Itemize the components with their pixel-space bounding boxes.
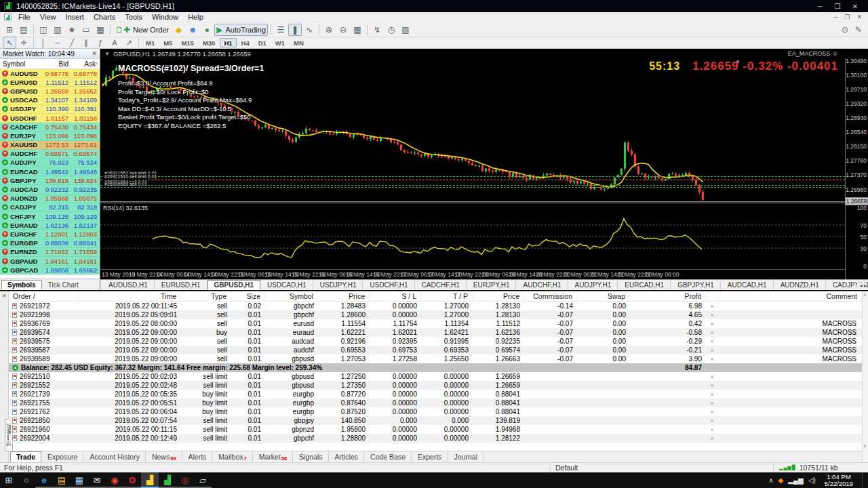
chart-collapse-icon[interactable]: ▼ — [104, 51, 110, 57]
maximize-button[interactable]: ❐ — [829, 3, 846, 10]
trendline-icon[interactable]: ╱ — [65, 37, 79, 49]
pending-order-row[interactable]: 26921510 2019.05.22 00:02:03sell limit0.… — [9, 372, 862, 381]
opera-2-icon[interactable]: ◎ — [176, 472, 194, 488]
line-chart-icon[interactable]: ∿ — [302, 24, 316, 36]
close-order-icon[interactable]: × — [706, 409, 718, 415]
timeframe-w1-button[interactable]: W1 — [271, 38, 289, 47]
terminal-tab-experts[interactable]: Experts — [412, 451, 448, 462]
close-order-icon[interactable]: × — [706, 435, 718, 442]
open-trade-row[interactable]: 26936769 2019.05.22 08:00:00sell0.01 eur… — [9, 319, 862, 328]
metaeditor-icon[interactable]: ◆ — [172, 24, 185, 36]
close-order-icon[interactable]: × — [706, 356, 718, 363]
market-watch-row-cadjpy[interactable]: ▲CADJPY 82.315 82.318 — [0, 203, 100, 212]
column-header-swap[interactable]: Swap — [577, 291, 630, 301]
scroll-down-icon[interactable]: ∨ — [863, 443, 867, 449]
file-explorer-icon[interactable]: ▤ — [53, 472, 71, 488]
terminal-tab-alerts[interactable]: Alerts — [182, 451, 213, 462]
chart-tab-cadchf-h1[interactable]: CADCHF,H1 — [415, 280, 467, 290]
volume-icon[interactable]: ◁) — [808, 476, 816, 484]
market-watch-row-usdjpy[interactable]: ▲USDJPY 110.390 110.391 — [0, 105, 100, 114]
menu-charts[interactable]: Charts — [89, 13, 120, 21]
candlestick-chart-icon[interactable]: ❚ — [288, 24, 302, 36]
edge-icon[interactable]: e — [35, 472, 53, 488]
column-header-commission[interactable]: Commission — [524, 291, 577, 301]
close-order-icon[interactable]: × — [706, 312, 718, 319]
search-icon[interactable]: ⊙ — [838, 24, 852, 36]
data-window-icon[interactable]: ▥ — [51, 24, 64, 36]
market-watch-tab-tick-chart[interactable]: Tick Chart — [42, 280, 85, 290]
column-header-time[interactable]: Time — [79, 291, 181, 301]
terminal-tab-mailbox[interactable]: Mailbox7 — [212, 451, 252, 462]
terminal-tab-account-history[interactable]: Account History — [83, 451, 146, 462]
templates-icon[interactable]: ▨ — [399, 24, 412, 36]
rsi-pane[interactable]: RSI(14) 32.6135 — [100, 203, 845, 268]
calculator-icon[interactable]: ▦ — [71, 472, 88, 488]
close-order-icon[interactable]: × — [706, 418, 718, 424]
market-watch-row-gbpjpy[interactable]: ▼GBPJPY 139.819 139.824 — [0, 176, 100, 185]
pending-order-row[interactable]: 26921762 2019.05.22 00:06:04buy limit0.0… — [9, 407, 862, 416]
market-watch-row-gbpcad[interactable]: ▲GBPCAD 1.69858 1.69862 — [0, 266, 100, 274]
chart-tab-audnzd-h1[interactable]: AUDNZD,H1 — [774, 280, 826, 290]
open-trade-row[interactable]: 26921972 2019.05.22 00:11:45sell0.02 gbp… — [9, 302, 862, 310]
close-order-icon[interactable]: × — [706, 321, 718, 327]
tray-app-icon[interactable]: ◆ — [778, 476, 784, 484]
chart-tab-usdcad-h1[interactable]: USDCAD,H1 — [260, 280, 313, 290]
market-watch-row-eurjpy[interactable]: ▼EURJPY 123.098 123.098 — [0, 131, 100, 140]
market-watch-row-usdcad[interactable]: ▲USDCAD 1.34107 1.34109 — [0, 96, 100, 105]
channel-icon[interactable]: ∥ — [79, 37, 93, 49]
timeframe-m15-button[interactable]: M15 — [177, 38, 197, 47]
close-order-icon[interactable]: × — [706, 426, 718, 433]
child-window-controls[interactable]: ─❐✕ — [833, 14, 866, 20]
price-pane[interactable]: ▼ MACROSS(#102)/ Spread=3/Order=1 Profit… — [100, 58, 845, 202]
terminal-table-header[interactable]: Order /TimeTypeSizeSymbolPriceS / LT / P… — [9, 291, 862, 302]
open-trade-row[interactable]: 26939575 2019.05.22 09:00:00sell0.01 aud… — [9, 337, 862, 346]
column-header-comment[interactable]: Comment — [718, 291, 862, 301]
market-watch-tab-symbols[interactable]: Symbols — [1, 280, 42, 290]
close-order-icon[interactable]: × — [706, 373, 718, 380]
chart-tab-eurusd-h1[interactable]: EURUSD,H1 — [155, 280, 208, 290]
terminal-close-icon[interactable]: ✕ — [2, 293, 7, 299]
terminal-tab-news[interactable]: News99 — [146, 451, 182, 462]
scroll-up-icon[interactable]: ∧ — [863, 292, 867, 298]
close-order-icon[interactable]: × — [706, 338, 718, 345]
open-trade-row[interactable]: 26939587 2019.05.22 09:00:00sell0.01 aud… — [9, 346, 862, 354]
column-header-close[interactable] — [706, 291, 718, 301]
market-watch-close-icon[interactable]: ✕ — [92, 50, 97, 57]
order-level-line[interactable]: #26921964 sell 0.01 — [100, 185, 845, 186]
fibonacci-icon[interactable]: ƒ — [94, 37, 107, 49]
cursor-icon[interactable]: ↖ — [3, 37, 16, 49]
terminal-tab-journal[interactable]: Journal — [448, 451, 484, 462]
autotrading-button[interactable]: ▶AutoTrading — [214, 24, 268, 36]
timeframe-m1-button[interactable]: M1 — [142, 38, 159, 47]
menu-window[interactable]: Window — [147, 13, 183, 21]
open-trade-row[interactable]: 26939589 2019.05.22 09:00:00sell0.01 gbp… — [9, 354, 862, 363]
open-trade-row[interactable]: 26921998 2019.05.22 05:09:01sell0.01 gbp… — [9, 310, 862, 319]
menu-file[interactable]: File — [14, 13, 35, 21]
market-watch-row-cadchf[interactable]: ▼CADCHF 0.75430 0.75434 — [0, 123, 100, 131]
timeframe-h1-button[interactable]: H1 — [220, 38, 236, 47]
timeframe-m30-button[interactable]: M30 — [199, 38, 219, 47]
column-header-order-[interactable]: Order / — [9, 291, 79, 301]
close-order-icon[interactable]: × — [706, 303, 718, 310]
chart-tab-gbpusd-h1[interactable]: GBPUSD,H1 — [208, 280, 260, 290]
close-order-icon[interactable]: × — [706, 347, 718, 354]
market-watch-row-audchf[interactable]: ▼AUDCHF 0.69571 0.69574 — [0, 150, 100, 159]
chrome-icon[interactable]: ◉ — [106, 472, 123, 488]
timeframe-h4-button[interactable]: H4 — [237, 38, 254, 47]
profiles-icon[interactable]: ▤ — [17, 24, 31, 36]
column-header-price[interactable]: Price — [473, 291, 524, 301]
market-watch-row-eurusd[interactable]: ▲EURUSD 1.11512 1.11512 — [0, 78, 100, 87]
chart-tab-eurjpy-h1[interactable]: EURJPY,H1 — [467, 280, 517, 290]
order-level-line[interactable]: #26939589 sell 0.01 — [100, 187, 845, 188]
pending-order-row[interactable]: 26921739 2019.05.22 00:05:35buy limit0.0… — [9, 390, 862, 399]
pending-order-row[interactable]: 26921755 2019.05.22 00:05:51buy limit0.0… — [9, 399, 862, 407]
column-header-price[interactable]: Price — [318, 291, 370, 301]
column-header-s-l[interactable]: S / L — [370, 291, 421, 301]
chart-tabs-scroll-icons[interactable]: ◂ ▸ — [857, 283, 867, 289]
chart-tab-eurcad-h1[interactable]: EURCAD,H1 — [618, 280, 671, 290]
status-profile[interactable]: Default — [549, 463, 773, 472]
pending-order-row[interactable]: 26921850 2019.05.22 00:07:54sell limit0.… — [9, 416, 862, 425]
close-order-icon[interactable]: × — [706, 329, 718, 336]
market-watch-row-eurcad[interactable]: ▲EURCAD 1.49542 1.49546 — [0, 167, 100, 176]
menu-help[interactable]: Help — [183, 13, 208, 21]
